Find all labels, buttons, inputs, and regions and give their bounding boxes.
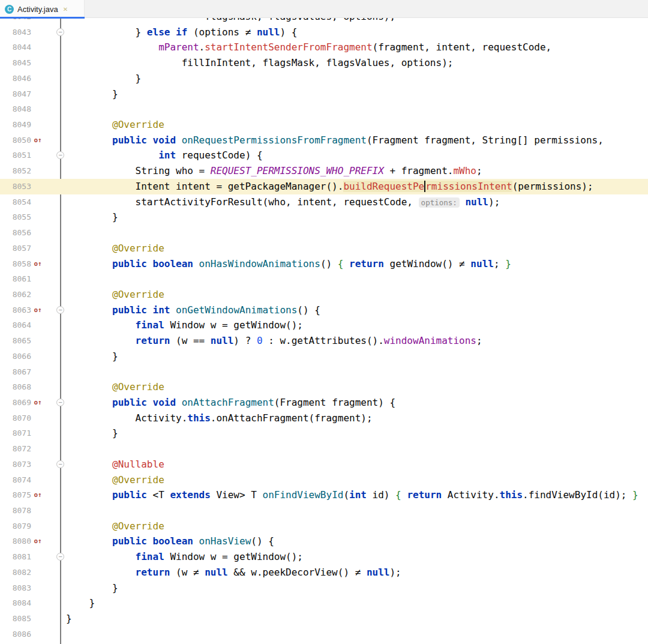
- line-number: 8065: [0, 333, 31, 349]
- code-line[interactable]: 8083 }: [0, 580, 648, 596]
- code-text[interactable]: @Override: [66, 287, 164, 302]
- code-editor[interactable]: 8042 flagsMask, flagsValues, options);80…: [0, 18, 648, 644]
- code-line[interactable]: 8064 final Window w = getWindow();: [0, 317, 648, 333]
- code-line[interactable]: 8085}: [0, 611, 648, 627]
- code-line[interactable]: 8070 Activity.this.onAttachFragment(frag…: [0, 411, 648, 426]
- overriding-method-icon[interactable]: o↑: [32, 133, 44, 148]
- code-line[interactable]: 8086: [0, 627, 648, 642]
- tab-close-icon[interactable]: ✕: [63, 6, 68, 13]
- code-line[interactable]: 8054 startActivityForResult(who, intent,…: [0, 194, 648, 210]
- code-line[interactable]: 8057 @Override: [0, 241, 648, 256]
- code-text[interactable]: } else if (options ≠ null) {: [66, 25, 297, 40]
- code-line[interactable]: 8065 return (w == null) ? 0 : w.getAttri…: [0, 333, 648, 349]
- code-line[interactable]: 8046 }: [0, 71, 648, 86]
- overriding-method-icon[interactable]: o↑: [32, 534, 44, 549]
- code-text[interactable]: }: [66, 426, 118, 441]
- code-line[interactable]: 8071 }: [0, 426, 648, 441]
- code-line[interactable]: 8082 return (w ≠ null && w.peekDecorView…: [0, 565, 648, 580]
- code-text[interactable]: @Override: [66, 379, 164, 395]
- code-fold-icon[interactable]: −: [56, 28, 64, 36]
- code-text[interactable]: String who = REQUEST_PERMISSIONS_WHO_PRE…: [66, 163, 482, 179]
- code-text[interactable]: }: [66, 580, 118, 596]
- line-number: 8073: [0, 457, 31, 472]
- code-line[interactable]: 8062 @Override: [0, 287, 648, 302]
- code-line[interactable]: 8063o↑− public int onGetWindowAnimations…: [0, 302, 648, 318]
- line-number: 8056: [0, 225, 31, 241]
- code-fold-icon[interactable]: −: [56, 553, 64, 561]
- code-text[interactable]: flagsMask, flagsValues, options);: [66, 18, 395, 25]
- code-text[interactable]: @Override: [66, 117, 164, 133]
- code-line[interactable]: 8080o↑ public boolean onHasView() {: [0, 534, 648, 549]
- code-line[interactable]: 8075o↑ public <T extends View> T onFindV…: [0, 487, 648, 503]
- code-line[interactable]: 8079 @Override: [0, 519, 648, 534]
- code-line[interactable]: 8081− final Window w = getWindow();: [0, 549, 648, 565]
- code-line[interactable]: 8058o↑ public boolean onHasWindowAnimati…: [0, 256, 648, 272]
- code-text[interactable]: public int onGetWindowAnimations() {: [66, 302, 320, 318]
- code-text[interactable]: }: [66, 71, 141, 86]
- code-text[interactable]: @Nullable: [66, 457, 164, 472]
- code-text[interactable]: }: [66, 595, 95, 611]
- code-line[interactable]: 8053 Intent intent = getPackageManager()…: [0, 179, 648, 194]
- tab-activity-java[interactable]: C Activity.java ✕: [0, 0, 85, 18]
- code-text[interactable]: public boolean onHasView() {: [66, 534, 274, 549]
- code-line[interactable]: 8066 }: [0, 349, 648, 364]
- code-text[interactable]: }: [66, 611, 72, 627]
- code-text[interactable]: int requestCode) {: [66, 148, 263, 163]
- code-line[interactable]: 8045 fillInIntent, flagsMask, flagsValue…: [0, 55, 648, 71]
- code-text[interactable]: }: [66, 86, 118, 102]
- overriding-method-icon[interactable]: o↑: [32, 302, 44, 318]
- code-text[interactable]: return (w == null) ? 0 : w.getAttributes…: [66, 333, 482, 349]
- code-text[interactable]: final Window w = getWindow();: [66, 549, 303, 565]
- code-line[interactable]: 8073− @Nullable: [0, 457, 648, 472]
- overriding-method-icon[interactable]: o↑: [32, 487, 44, 503]
- code-text[interactable]: mParent.startIntentSenderFromFragment(fr…: [66, 40, 551, 55]
- line-number: 8063: [0, 302, 31, 318]
- line-number: 8054: [0, 194, 31, 210]
- code-text[interactable]: Intent intent = getPackageManager().buil…: [66, 179, 593, 194]
- code-text[interactable]: @Override: [66, 241, 164, 256]
- code-line[interactable]: 8069o↑− public void onAttachFragment(Fra…: [0, 395, 648, 411]
- overriding-method-icon[interactable]: o↑: [32, 256, 44, 272]
- line-number: 8064: [0, 317, 31, 333]
- code-text[interactable]: @Override: [66, 519, 164, 534]
- code-line[interactable]: 8052 String who = REQUEST_PERMISSIONS_WH…: [0, 163, 648, 179]
- code-line[interactable]: 8049 @Override: [0, 117, 648, 133]
- code-line[interactable]: 8051− int requestCode) {: [0, 148, 648, 163]
- code-text[interactable]: }: [66, 209, 118, 225]
- code-line[interactable]: 8056: [0, 225, 648, 241]
- code-text[interactable]: final Window w = getWindow();: [66, 317, 303, 333]
- code-text[interactable]: public void onRequestPermissionsFromFrag…: [66, 133, 604, 148]
- code-text[interactable]: public boolean onHasWindowAnimations() {…: [66, 256, 511, 272]
- code-line[interactable]: 8047 }: [0, 86, 648, 102]
- code-line[interactable]: 8068 @Override: [0, 379, 648, 395]
- code-text[interactable]: public <T extends View> T onFindViewById…: [66, 487, 638, 503]
- line-number: 8081: [0, 549, 31, 565]
- code-text[interactable]: return (w ≠ null && w.peekDecorView() ≠ …: [66, 565, 401, 580]
- code-line[interactable]: 8061: [0, 271, 648, 287]
- code-text[interactable]: public void onAttachFragment(Fragment fr…: [66, 395, 395, 411]
- code-line[interactable]: 8074 @Override: [0, 472, 648, 488]
- code-text[interactable]: startActivityForResult(who, intent, requ…: [66, 194, 500, 211]
- code-fold-icon[interactable]: −: [56, 151, 64, 159]
- code-line[interactable]: 8044 mParent.startIntentSenderFromFragme…: [0, 40, 648, 55]
- code-fold-icon[interactable]: −: [56, 306, 64, 314]
- code-line[interactable]: 8072: [0, 441, 648, 457]
- code-text[interactable]: Activity.this.onAttachFragment(fragment)…: [66, 411, 373, 426]
- code-line[interactable]: 8043− } else if (options ≠ null) {: [0, 25, 648, 40]
- code-fold-icon[interactable]: −: [56, 460, 64, 468]
- line-number: 8086: [0, 627, 31, 642]
- code-fold-icon[interactable]: −: [56, 399, 64, 406]
- overriding-method-icon[interactable]: o↑: [32, 395, 44, 411]
- code-line[interactable]: 8078: [0, 503, 648, 519]
- line-number: 8082: [0, 565, 31, 580]
- code-text[interactable]: }: [66, 349, 118, 364]
- code-line[interactable]: 8050o↑ public void onRequestPermissionsF…: [0, 133, 648, 148]
- code-line[interactable]: 8084 }: [0, 595, 648, 611]
- code-text[interactable]: @Override: [66, 472, 164, 488]
- code-line[interactable]: 8048: [0, 101, 648, 117]
- line-number: 8084: [0, 595, 31, 611]
- code-line[interactable]: 8055 }: [0, 209, 648, 225]
- code-line[interactable]: 8042 flagsMask, flagsValues, options);: [0, 18, 648, 25]
- code-line[interactable]: 8067: [0, 364, 648, 380]
- code-text[interactable]: fillInIntent, flagsMask, flagsValues, op…: [66, 55, 453, 71]
